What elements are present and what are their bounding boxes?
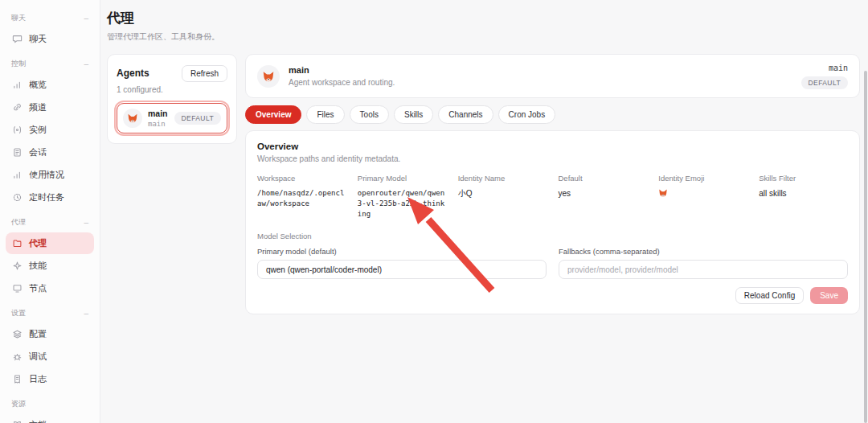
sidebar-item-会话[interactable]: 会话 [6,142,94,163]
tab-cron-jobs[interactable]: Cron Jobs [498,105,556,124]
agent-item-name: main [148,109,168,118]
sidebar-item-实例[interactable]: 实例 [6,119,94,141]
bug-icon [12,351,23,362]
sidebar-item-聊天[interactable]: 聊天 [6,28,94,50]
layers-icon [12,329,23,339]
agents-list: mainmainDEFAULT [117,103,227,133]
sidebar-item-label: 概览 [29,79,47,91]
page-subtitle: 管理代理工作区、工具和身份。 [107,31,860,43]
fallbacks-group: Fallbacks (comma-separated) [559,247,848,279]
sidebar-group-label: 设置– [0,300,100,322]
sidebar-item-调试[interactable]: 调试 [6,346,94,368]
field-label: Skills Filter [759,174,848,183]
sidebar-group-title: 代理 [11,217,26,228]
sidebar-group-label: 资源 [0,391,100,413]
fallbacks-input[interactable] [559,260,848,279]
refresh-button[interactable]: Refresh [182,65,227,82]
sidebar-item-技能[interactable]: 技能 [6,255,94,277]
reload-config-button[interactable]: Reload Config [735,287,804,304]
group-collapse-icon[interactable]: – [84,219,88,227]
sidebar-item-label: 频道 [29,101,47,113]
sidebar-item-label: 代理 [29,237,47,249]
field-value: all skills [759,188,848,200]
field-primary-model: Primary Modelopenrouter/qwen/qwen3-vl-23… [358,174,447,220]
sidebar-item-节点[interactable]: 节点 [6,277,94,299]
receipt-icon [12,374,23,384]
sidebar-item-频道[interactable]: 频道 [6,97,94,118]
folder-icon [12,238,23,248]
usage-chart-icon [12,170,23,180]
document-icon [12,147,23,158]
field-label: Identity Name [458,174,547,183]
default-badge: DEFAULT [801,76,848,89]
fox-icon [658,188,668,198]
sidebar-group-title: 控制 [11,59,26,69]
sidebar-group-label: 聊天– [0,5,100,27]
overview-subtitle: Workspace paths and identity metadata. [257,154,848,163]
agent-description: Agent workspace and routing. [289,78,395,87]
main-content: 代理 管理代理工作区、工具和身份。 Agents Refresh 1 confi… [101,0,868,423]
model-selection-title: Model Selection [257,232,848,240]
overview-actions: Reload Config Save [257,287,848,304]
sidebar-item-label: 技能 [29,260,47,272]
agents-panel-header: Agents Refresh [117,65,227,82]
sidebar-item-label: 调试 [29,351,47,363]
field-default: Defaultyes [559,174,648,220]
sidebar-item-label: 定时任务 [29,191,64,203]
field-value [658,188,747,202]
agents-panel-title: Agents [117,65,149,79]
sidebar-item-label: 聊天 [29,33,47,45]
fox-icon [127,113,138,124]
tab-channels[interactable]: Channels [438,105,493,124]
field-label: Default [559,174,648,183]
tab-skills[interactable]: Skills [394,105,433,124]
group-collapse-icon[interactable]: – [84,14,88,23]
agent-item-info: mainmain [148,109,168,128]
agent-name: main [289,65,395,75]
clock-icon [12,192,23,203]
bar-chart-icon [12,80,23,90]
field-skills-filter: Skills Filterall skills [759,174,848,220]
sidebar-item-日志[interactable]: 日志 [6,368,94,390]
save-button[interactable]: Save [810,287,848,304]
fox-icon [262,70,275,83]
default-badge: DEFAULT [174,112,221,125]
sidebar-item-label: 配置 [29,328,47,340]
sidebar-group-title: 设置 [11,308,26,318]
primary-model-input[interactable] [257,260,547,279]
sidebar-item-label: 使用情况 [29,169,64,181]
tab-overview[interactable]: Overview [245,105,301,124]
agent-header: main Agent workspace and routing. main D… [245,54,860,98]
link-icon [12,102,23,113]
sidebar-item-配置[interactable]: 配置 [6,323,94,345]
sidebar-item-label: 实例 [29,124,47,136]
tab-tools[interactable]: Tools [350,105,389,124]
sidebar-group-label: 控制– [0,51,100,73]
agent-header-info: main Agent workspace and routing. [289,65,395,87]
sidebar-item-使用情况[interactable]: 使用情况 [6,164,94,186]
agent-id: main [801,64,848,72]
sidebar: 聊天–聊天控制–概览频道实例会话使用情况定时任务代理–代理技能节点设置–配置调试… [0,0,100,423]
group-collapse-icon[interactable]: – [84,310,88,318]
agents-count: 1 configured. [117,85,227,94]
sidebar-item-文档[interactable]: 文档 [6,414,94,423]
model-inputs: Primary model (default) Fallbacks (comma… [257,247,848,279]
page-title: 代理 [107,9,860,27]
group-collapse-icon[interactable]: – [84,60,88,68]
sidebar-group-label: 代理– [0,209,100,232]
field-label: Identity Emoji [658,174,747,183]
agent-avatar [123,109,142,128]
vertical-scrollbar[interactable] [864,71,867,423]
sidebar-item-概览[interactable]: 概览 [6,74,94,96]
monitor-icon [12,283,23,294]
field-label: Workspace [257,174,346,183]
sidebar-item-定时任务[interactable]: 定时任务 [6,187,94,208]
field-label: Primary Model [358,174,447,183]
content-layout: Agents Refresh 1 configured. mainmainDEF… [107,54,860,314]
agent-list-item[interactable]: mainmainDEFAULT [117,103,227,133]
tab-files[interactable]: Files [306,105,344,124]
overview-title: Overview [257,142,848,151]
sidebar-item-label: 会话 [29,146,47,158]
sidebar-item-代理[interactable]: 代理 [6,232,94,254]
field-value: openrouter/qwen/qwen3-vl-235b-a22b-think… [358,188,447,220]
